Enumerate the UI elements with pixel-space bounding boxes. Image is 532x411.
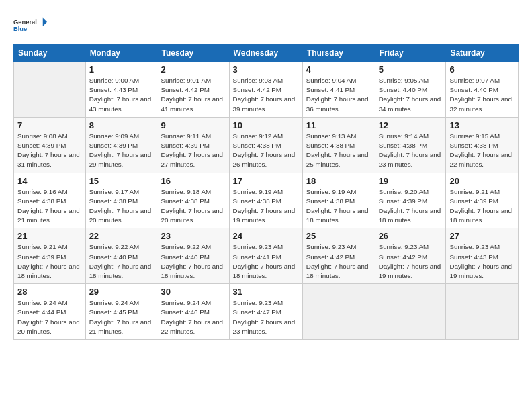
day-info: Sunrise: 9:04 AMSunset: 4:41 PMDaylight:…	[306, 76, 371, 114]
day-number: 9	[161, 120, 225, 130]
calendar-cell	[302, 284, 375, 340]
calendar-cell: 25Sunrise: 9:23 AMSunset: 4:42 PMDayligh…	[302, 228, 375, 284]
week-row-4: 21Sunrise: 9:21 AMSunset: 4:39 PMDayligh…	[14, 228, 519, 284]
calendar-cell: 29Sunrise: 9:24 AMSunset: 4:45 PMDayligh…	[85, 284, 157, 340]
calendar-cell: 6Sunrise: 9:07 AMSunset: 4:40 PMDaylight…	[446, 62, 519, 118]
svg-text:General: General	[13, 19, 37, 26]
weekday-friday: Friday	[375, 45, 446, 62]
day-info: Sunrise: 9:05 AMSunset: 4:40 PMDaylight:…	[379, 76, 443, 114]
calendar-cell: 30Sunrise: 9:24 AMSunset: 4:46 PMDayligh…	[157, 284, 229, 340]
calendar-cell: 18Sunrise: 9:19 AMSunset: 4:38 PMDayligh…	[302, 173, 375, 228]
day-number: 22	[89, 231, 154, 241]
day-number: 29	[89, 287, 154, 297]
day-info: Sunrise: 9:17 AMSunset: 4:38 PMDaylight:…	[89, 187, 154, 226]
calendar-cell: 1Sunrise: 9:00 AMSunset: 4:43 PMDaylight…	[85, 62, 157, 118]
svg-text:Blue: Blue	[13, 26, 27, 32]
day-info: Sunrise: 9:23 AMSunset: 4:43 PMDaylight:…	[449, 242, 515, 281]
calendar-cell: 9Sunrise: 9:11 AMSunset: 4:39 PMDaylight…	[157, 117, 229, 173]
day-info: Sunrise: 9:19 AMSunset: 4:38 PMDaylight:…	[306, 187, 371, 226]
calendar-cell: 24Sunrise: 9:23 AMSunset: 4:41 PMDayligh…	[229, 228, 302, 284]
day-info: Sunrise: 9:23 AMSunset: 4:42 PMDaylight:…	[379, 242, 443, 281]
calendar-cell: 23Sunrise: 9:22 AMSunset: 4:40 PMDayligh…	[157, 228, 229, 284]
day-number: 21	[17, 231, 82, 241]
day-info: Sunrise: 9:15 AMSunset: 4:38 PMDaylight:…	[449, 132, 515, 170]
calendar-cell: 26Sunrise: 9:23 AMSunset: 4:42 PMDayligh…	[375, 228, 446, 284]
week-row-1: 1Sunrise: 9:00 AMSunset: 4:43 PMDaylight…	[14, 62, 519, 118]
week-row-5: 28Sunrise: 9:24 AMSunset: 4:44 PMDayligh…	[14, 284, 519, 340]
calendar-cell	[446, 284, 519, 340]
calendar-cell: 19Sunrise: 9:20 AMSunset: 4:39 PMDayligh…	[375, 173, 446, 228]
calendar-cell: 28Sunrise: 9:24 AMSunset: 4:44 PMDayligh…	[14, 284, 86, 340]
svg-marker-2	[43, 17, 47, 26]
day-number: 4	[306, 64, 371, 75]
calendar-table: SundayMondayTuesdayWednesdayThursdayFrid…	[13, 44, 519, 340]
day-number: 26	[379, 231, 443, 241]
day-number: 13	[449, 120, 515, 130]
day-info: Sunrise: 9:12 AMSunset: 4:38 PMDaylight:…	[233, 132, 299, 170]
day-info: Sunrise: 9:23 AMSunset: 4:42 PMDaylight:…	[306, 242, 371, 281]
calendar-cell: 27Sunrise: 9:23 AMSunset: 4:43 PMDayligh…	[446, 228, 519, 284]
day-number: 3	[233, 64, 299, 75]
calendar-cell: 31Sunrise: 9:23 AMSunset: 4:47 PMDayligh…	[229, 284, 302, 340]
day-number: 17	[233, 176, 299, 186]
day-number: 11	[306, 120, 371, 130]
day-info: Sunrise: 9:00 AMSunset: 4:43 PMDaylight:…	[89, 76, 154, 114]
day-info: Sunrise: 9:16 AMSunset: 4:38 PMDaylight:…	[17, 187, 82, 226]
day-number: 8	[89, 120, 154, 130]
weekday-wednesday: Wednesday	[229, 45, 302, 62]
day-number: 20	[449, 176, 515, 186]
weekday-saturday: Saturday	[446, 45, 519, 62]
day-number: 30	[161, 287, 225, 297]
day-number: 1	[89, 64, 154, 75]
calendar-cell: 8Sunrise: 9:09 AMSunset: 4:39 PMDaylight…	[85, 117, 157, 173]
weekday-tuesday: Tuesday	[157, 45, 229, 62]
weekday-thursday: Thursday	[302, 45, 375, 62]
day-number: 25	[306, 231, 371, 241]
day-number: 10	[233, 120, 299, 130]
day-info: Sunrise: 9:21 AMSunset: 4:39 PMDaylight:…	[449, 187, 515, 226]
calendar-cell: 5Sunrise: 9:05 AMSunset: 4:40 PMDaylight…	[375, 62, 446, 118]
logo-svg: General Blue	[13, 12, 47, 38]
day-number: 28	[17, 287, 82, 297]
day-number: 12	[379, 120, 443, 130]
day-number: 19	[379, 176, 443, 186]
weekday-header-row: SundayMondayTuesdayWednesdayThursdayFrid…	[14, 45, 519, 62]
calendar-cell: 7Sunrise: 9:08 AMSunset: 4:39 PMDaylight…	[14, 117, 86, 173]
day-info: Sunrise: 9:01 AMSunset: 4:42 PMDaylight:…	[161, 76, 225, 114]
calendar-cell	[14, 62, 86, 118]
day-info: Sunrise: 9:24 AMSunset: 4:44 PMDaylight:…	[17, 298, 82, 336]
day-number: 31	[233, 287, 299, 297]
day-info: Sunrise: 9:13 AMSunset: 4:38 PMDaylight:…	[306, 132, 371, 170]
day-info: Sunrise: 9:03 AMSunset: 4:42 PMDaylight:…	[233, 76, 299, 114]
calendar-cell: 13Sunrise: 9:15 AMSunset: 4:38 PMDayligh…	[446, 117, 519, 173]
day-info: Sunrise: 9:22 AMSunset: 4:40 PMDaylight:…	[89, 242, 154, 281]
day-number: 14	[17, 176, 82, 186]
calendar-cell	[375, 284, 446, 340]
day-info: Sunrise: 9:23 AMSunset: 4:47 PMDaylight:…	[233, 298, 299, 336]
day-number: 23	[161, 231, 225, 241]
week-row-3: 14Sunrise: 9:16 AMSunset: 4:38 PMDayligh…	[14, 173, 519, 228]
page-header: General Blue	[13, 12, 519, 38]
weekday-monday: Monday	[85, 45, 157, 62]
day-info: Sunrise: 9:18 AMSunset: 4:38 PMDaylight:…	[161, 187, 225, 226]
day-number: 18	[306, 176, 371, 186]
day-info: Sunrise: 9:23 AMSunset: 4:41 PMDaylight:…	[233, 242, 299, 281]
calendar-cell: 3Sunrise: 9:03 AMSunset: 4:42 PMDaylight…	[229, 62, 302, 118]
day-info: Sunrise: 9:24 AMSunset: 4:45 PMDaylight:…	[89, 298, 154, 336]
day-number: 27	[449, 231, 515, 241]
day-number: 16	[161, 176, 225, 186]
calendar-cell: 17Sunrise: 9:19 AMSunset: 4:38 PMDayligh…	[229, 173, 302, 228]
day-info: Sunrise: 9:08 AMSunset: 4:39 PMDaylight:…	[17, 132, 82, 170]
calendar-cell: 22Sunrise: 9:22 AMSunset: 4:40 PMDayligh…	[85, 228, 157, 284]
day-info: Sunrise: 9:07 AMSunset: 4:40 PMDaylight:…	[449, 76, 515, 114]
calendar-cell: 4Sunrise: 9:04 AMSunset: 4:41 PMDaylight…	[302, 62, 375, 118]
day-info: Sunrise: 9:14 AMSunset: 4:38 PMDaylight:…	[379, 132, 443, 170]
day-number: 6	[449, 64, 515, 75]
calendar-cell: 14Sunrise: 9:16 AMSunset: 4:38 PMDayligh…	[14, 173, 86, 228]
day-info: Sunrise: 9:11 AMSunset: 4:39 PMDaylight:…	[161, 132, 225, 170]
calendar-cell: 15Sunrise: 9:17 AMSunset: 4:38 PMDayligh…	[85, 173, 157, 228]
week-row-2: 7Sunrise: 9:08 AMSunset: 4:39 PMDaylight…	[14, 117, 519, 173]
weekday-sunday: Sunday	[14, 45, 86, 62]
calendar-cell: 2Sunrise: 9:01 AMSunset: 4:42 PMDaylight…	[157, 62, 229, 118]
day-number: 5	[379, 64, 443, 75]
